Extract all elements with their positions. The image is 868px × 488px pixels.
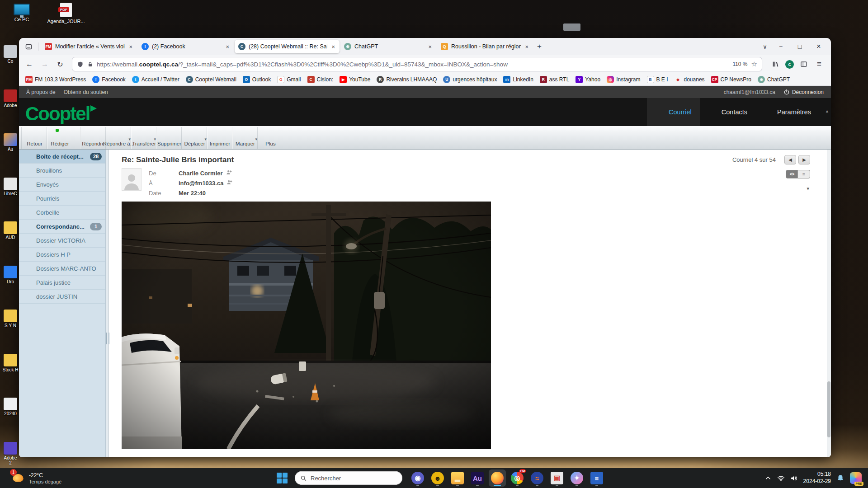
zoom-level[interactable]: 110 % [732,61,747,67]
bookmark-ass-rtl[interactable]: R ass RTL [540,76,569,83]
firefox-view-icon[interactable] [22,41,35,52]
folder-hp[interactable]: Dossiers H P [19,248,105,262]
desktop-icon[interactable]: S Y N [0,310,21,328]
folder-inbox[interactable]: Boîte de récept... 28 [19,150,105,164]
bookmark-urgences[interactable]: U urgences hôpitaux [443,76,497,83]
chatgpt-tab[interactable]: ⊛ ChatGPT × [340,40,436,53]
menu-icon[interactable]: ≡ [814,59,825,70]
desktop-icon[interactable]: Au [0,133,21,152]
bookmark-linkedin[interactable]: in LinkedIn [503,76,533,83]
toolbar-rediger[interactable]: Rédiger [47,127,72,149]
plain-text-view-button[interactable]: ≡ [798,170,810,178]
taskbar-adobe-audition[interactable]: Au [469,469,486,487]
lock-icon[interactable] [87,61,93,67]
new-tab-button[interactable]: + [533,41,546,52]
notification-bell-icon[interactable] [836,474,844,482]
library-icon[interactable] [770,59,781,70]
desktop-icon[interactable]: Adobe [0,89,21,108]
toolbar-supprimer[interactable]: Supprimer [156,127,182,149]
folder-corbeille[interactable]: Corbeille [19,206,105,220]
weather-widget[interactable]: 1 -22°C Temps dégagé [12,471,61,485]
reload-button[interactable]: ↻ [53,58,67,70]
nav-contacts[interactable]: Contacts [700,98,755,126]
tab-close-icon[interactable]: × [524,43,529,50]
bookmark-facebook[interactable]: f Facebook [92,76,126,83]
bookmark-youtube[interactable]: ▶ YouTube [340,76,370,83]
page-scrollbar[interactable] [827,150,831,457]
nav-courriel[interactable]: Courriel [647,98,700,126]
desktop-icon[interactable]: Dro [0,266,21,284]
bookmark-cp-newspro[interactable]: CP CP NewsPro [711,76,751,83]
next-message-button[interactable]: ▶ [798,155,810,164]
facebook-tab[interactable]: f (2) Facebook × [138,40,234,53]
toolbar-repondre-a[interactable]: Répondre à... [106,127,131,149]
taskbar-file-explorer[interactable]: ▂ [449,469,466,487]
desktop-icon[interactable]: Co [0,45,21,64]
bookmark-outlook[interactable]: O Outlook [243,76,271,83]
desktop-icon-agenda-pdf[interactable]: Agenda_JOUR... [47,3,85,24]
folder-palais-justice[interactable]: Palais justice [19,276,105,290]
toolbar-retour[interactable]: Retour [22,127,47,149]
bookmark-chatgpt[interactable]: ⊛ ChatGPT [758,76,790,83]
sidebar-splitter[interactable] [106,150,109,457]
folder-envoyes[interactable]: Envoyés [19,178,105,192]
copilot-icon[interactable]: PRE [850,472,862,484]
wifi-icon[interactable] [777,474,785,482]
cooptel-logo[interactable]: Cooptel [25,104,90,123]
account-icon[interactable]: c [785,60,794,69]
minimize-button[interactable]: − [771,39,790,54]
scrollbar-thumb[interactable] [827,381,830,437]
taskbar-chrome[interactable]: ◎ FM [509,469,526,487]
add-contact-icon[interactable] [226,169,232,177]
taskbar-paint[interactable]: ✦ [568,469,585,487]
sidebar-icon[interactable] [798,59,809,70]
tab-close-icon[interactable]: × [330,43,336,50]
folder-marc-anto[interactable]: Dossiers MARC-ANTO [19,262,105,276]
taskbar-audacity[interactable]: ≈ [528,469,546,487]
maximize-button[interactable]: □ [790,39,809,54]
folder-correspondance[interactable]: Correspondanc... 1 [19,220,105,234]
start-button[interactable] [277,473,288,483]
bookmark-douanes[interactable]: ◆ douanes [675,76,705,83]
toolbar-marquer[interactable]: Marquer [232,127,258,149]
taskbar-search[interactable]: Rechercher [295,471,402,485]
bookmark-cision[interactable]: C Cision: [307,76,334,83]
webmail-tab[interactable]: C (28) Cooptel Webmail :: Re: Sai × [235,40,340,53]
toolbar-transferer[interactable]: Transférer [131,127,156,149]
back-button[interactable]: ← [23,58,36,70]
previous-message-button[interactable]: ◀ [784,155,796,164]
collapse-header-icon[interactable]: ▲ [825,109,829,113]
tracking-shield-icon[interactable] [77,61,84,68]
url-bar[interactable]: https://webmail.cooptel.qc.ca/?_task=mai… [72,57,762,71]
taskbar-voice-app[interactable]: ☻ [429,469,446,487]
toolbar-deplacer[interactable]: Déplacer [182,127,207,149]
bookmark-star-icon[interactable]: ☆ [751,60,757,68]
taskbar-writer[interactable]: ≡ [588,469,605,487]
speaker-icon[interactable] [790,474,798,482]
forward-button[interactable]: → [38,58,52,70]
desktop-icon[interactable]: AUD [0,221,21,240]
logout-button[interactable]: Déconnexion [783,89,824,95]
bookmark-yahoo[interactable]: Y Yahoo [576,76,600,83]
nav-parametres[interactable]: Paramètres [755,98,819,126]
list-all-tabs-icon[interactable]: ∨ [759,43,771,50]
folder-pourriels[interactable]: Pourriels [19,192,105,206]
message-options-caret-icon[interactable]: ▾ [807,186,809,192]
tray-chevron-up-icon[interactable] [764,474,772,482]
tab-close-icon[interactable]: × [225,43,230,50]
bookmark-cooptel[interactable]: C Cooptel Webmail [186,76,236,83]
folder-brouillons[interactable]: Brouillons [19,164,105,178]
taskbar-chat-app[interactable]: ◉ [409,469,426,487]
support-link[interactable]: Obtenir du soutien [64,89,108,95]
roussillon-tab[interactable]: Q Roussillon - Bilan par région - I × [437,40,533,53]
toolbar-imprimer[interactable]: Imprimer [207,127,232,149]
tab-close-icon[interactable]: × [427,43,433,50]
taskbar-screenshot-app[interactable]: ▣ [548,469,566,487]
taskbar-clock[interactable]: 05:18 2024-02-29 [803,471,831,485]
toolbar-plus[interactable]: Plus [258,127,283,149]
tab-close-icon[interactable]: × [128,43,133,50]
bookmark-gmail[interactable]: G Gmail [277,76,301,83]
folder-victoria[interactable]: Dossier VICTORIA [19,234,105,248]
toolbar-repondre[interactable]: Répondre [80,127,106,149]
folder-justin[interactable]: dossier JUSTIN [19,290,105,304]
